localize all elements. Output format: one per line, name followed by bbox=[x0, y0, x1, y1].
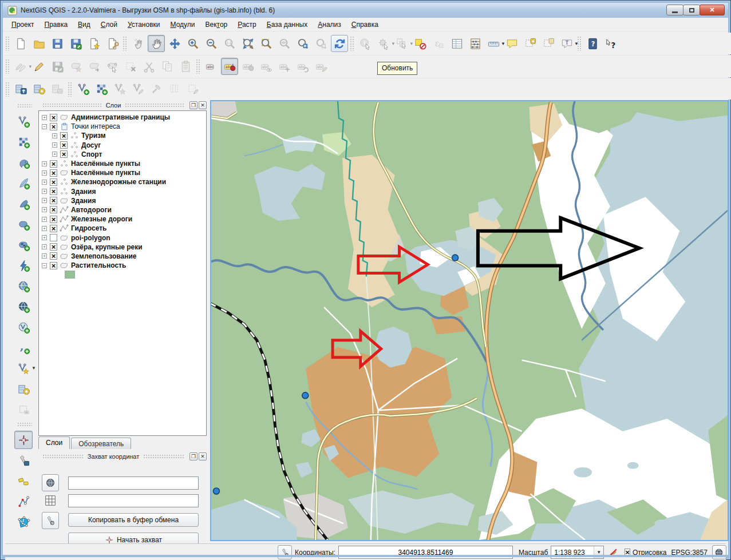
layer-label[interactable]: Растительность bbox=[71, 261, 126, 269]
layer-label[interactable]: Гидросеть bbox=[71, 224, 106, 232]
menu-item-7[interactable]: Вектор bbox=[200, 18, 233, 31]
minimize-button[interactable] bbox=[666, 5, 683, 15]
expand-icon[interactable]: + bbox=[42, 217, 47, 222]
layer-item[interactable]: +×Землепользование bbox=[39, 252, 206, 261]
toolbar-grip[interactable] bbox=[5, 59, 10, 74]
dxf2shp-button[interactable] bbox=[14, 451, 33, 470]
layer-item[interactable]: +×Спорт bbox=[39, 150, 206, 159]
statistics-button[interactable] bbox=[467, 35, 484, 52]
remove-layer-button[interactable] bbox=[14, 400, 33, 419]
expand-icon[interactable]: + bbox=[42, 235, 47, 240]
add-vector-layer-button[interactable] bbox=[14, 112, 33, 130]
titlebar[interactable]: NextGIS QGIS - 2.2.0-Valmiera - Выгрузки… bbox=[3, 3, 728, 18]
menu-item-11[interactable]: Справка bbox=[346, 18, 384, 31]
layer-item[interactable]: +×Здания bbox=[39, 187, 206, 196]
collapse-icon[interactable]: − bbox=[42, 124, 47, 129]
maximize-button[interactable] bbox=[683, 5, 700, 15]
add-db2-layer-button[interactable] bbox=[14, 236, 33, 254]
capture-crs-button[interactable] bbox=[42, 474, 59, 491]
menu-item-2[interactable]: Правка bbox=[39, 18, 73, 31]
layer-visibility-checkbox[interactable]: × bbox=[50, 197, 57, 204]
layer-item[interactable]: +×Туризм bbox=[39, 131, 206, 140]
expand-icon[interactable]: + bbox=[52, 152, 57, 157]
layer-item[interactable]: −×Точки интереса bbox=[39, 122, 206, 131]
add-postgis-layer-button[interactable] bbox=[14, 153, 33, 172]
layer-label[interactable]: Автодороги bbox=[71, 206, 112, 214]
save-project-as-button[interactable] bbox=[67, 35, 84, 52]
expand-icon[interactable]: + bbox=[42, 180, 47, 185]
pan-map-button[interactable] bbox=[148, 35, 165, 52]
stop-render-button[interactable] bbox=[606, 545, 620, 559]
add-wcs-layer-button[interactable] bbox=[14, 297, 33, 316]
zoom-next-button[interactable] bbox=[313, 35, 330, 52]
layer-visibility-checkbox[interactable]: × bbox=[60, 150, 68, 158]
expand-icon[interactable]: + bbox=[52, 142, 57, 148]
menu-item-1[interactable]: Проект bbox=[6, 18, 39, 31]
crs-status-button[interactable] bbox=[712, 545, 726, 559]
layer-visibility-checkbox[interactable]: × bbox=[50, 178, 57, 186]
save-edits-button[interactable] bbox=[49, 58, 66, 75]
zoom-last-button[interactable] bbox=[294, 35, 311, 52]
layer-item[interactable]: +poi-polygon bbox=[39, 233, 206, 242]
layer-visibility-checkbox[interactable]: × bbox=[50, 114, 57, 121]
zoom-to-layer-button[interactable] bbox=[276, 35, 293, 52]
select-expression-button[interactable]: ε bbox=[430, 35, 447, 52]
map-canvas[interactable] bbox=[210, 100, 729, 541]
label-move-button[interactable]: abc bbox=[276, 58, 293, 75]
layer-item[interactable]: +×Гидросеть bbox=[39, 224, 206, 233]
capture-coords-field-1[interactable] bbox=[68, 476, 199, 490]
menu-item-9[interactable]: База данных bbox=[262, 18, 313, 31]
help-button[interactable]: ? bbox=[584, 35, 601, 52]
new-bookmark-button[interactable] bbox=[521, 35, 539, 52]
toolbar-grip[interactable] bbox=[17, 422, 32, 427]
attribute-table-button[interactable] bbox=[448, 35, 465, 52]
layer-label[interactable]: Точки интереса bbox=[71, 122, 120, 130]
refresh-button[interactable] bbox=[331, 35, 348, 52]
zoom-to-selection-button[interactable] bbox=[258, 35, 275, 52]
text-annotation-button[interactable]: T▼ bbox=[558, 35, 575, 52]
layer-item[interactable]: +×Административные границы bbox=[39, 113, 206, 122]
layer-label[interactable]: Населённые пункты bbox=[71, 169, 140, 177]
node-tool-button[interactable] bbox=[104, 58, 121, 75]
layer-visibility-checkbox[interactable]: × bbox=[60, 141, 68, 149]
layer-label[interactable]: Железнодорожные станции bbox=[71, 178, 166, 186]
raster-extent-button[interactable] bbox=[166, 81, 183, 98]
identify-button[interactable]: i bbox=[357, 35, 374, 52]
gps-tools-button[interactable] bbox=[14, 472, 33, 490]
close-button[interactable]: ✕ bbox=[700, 5, 725, 15]
show-bookmarks-button[interactable] bbox=[540, 35, 557, 52]
map-tips-button[interactable] bbox=[503, 35, 520, 52]
layer-visibility-checkbox[interactable]: × bbox=[50, 225, 57, 232]
feature-action-button[interactable]: ▼ bbox=[375, 35, 392, 52]
layers-tree[interactable]: +×Административные границы−×Точки интере… bbox=[38, 110, 207, 436]
deselect-button[interactable] bbox=[412, 35, 429, 52]
add-wfs-layer-button[interactable] bbox=[14, 318, 33, 336]
layer-visibility-checkbox[interactable]: × bbox=[50, 252, 57, 260]
expand-icon[interactable]: + bbox=[42, 198, 47, 203]
paste-features-button[interactable] bbox=[177, 58, 194, 75]
open-project-button[interactable] bbox=[30, 35, 48, 52]
add-vector-menu-button[interactable] bbox=[74, 81, 92, 98]
layer-item[interactable]: +×Озёра, крупные реки bbox=[39, 243, 206, 252]
tab-layers[interactable]: Слои bbox=[38, 436, 70, 449]
label-show-hidden-button[interactable]: abc bbox=[258, 58, 275, 75]
new-project-button[interactable] bbox=[12, 35, 29, 52]
copy-features-button[interactable] bbox=[159, 58, 176, 75]
menu-item-5[interactable]: Установки bbox=[123, 18, 165, 31]
menu-item-8[interactable]: Растр bbox=[232, 18, 261, 31]
whats-this-button[interactable]: ? bbox=[602, 35, 619, 52]
layer-label[interactable]: Административные границы bbox=[71, 113, 170, 121]
osm-save-button[interactable] bbox=[49, 81, 66, 98]
add-spatialite-layer-button[interactable] bbox=[14, 174, 33, 192]
layer-item[interactable]: +×Досуг bbox=[39, 141, 206, 150]
copy-to-clipboard-button[interactable]: Копировать в буфер обмена bbox=[68, 513, 199, 527]
cut-features-button[interactable] bbox=[140, 58, 157, 75]
toolbar-grip[interactable] bbox=[350, 36, 355, 51]
delete-selected-button[interactable] bbox=[122, 58, 139, 75]
layers-float-button[interactable]: ❐ bbox=[189, 101, 197, 109]
layer-label[interactable]: Землепользование bbox=[71, 252, 137, 260]
new-shapefile-button[interactable]: ▼ bbox=[14, 359, 33, 378]
layer-visibility-checkbox[interactable]: × bbox=[50, 188, 57, 195]
expand-icon[interactable]: + bbox=[42, 253, 47, 259]
expand-icon[interactable]: + bbox=[42, 189, 47, 194]
